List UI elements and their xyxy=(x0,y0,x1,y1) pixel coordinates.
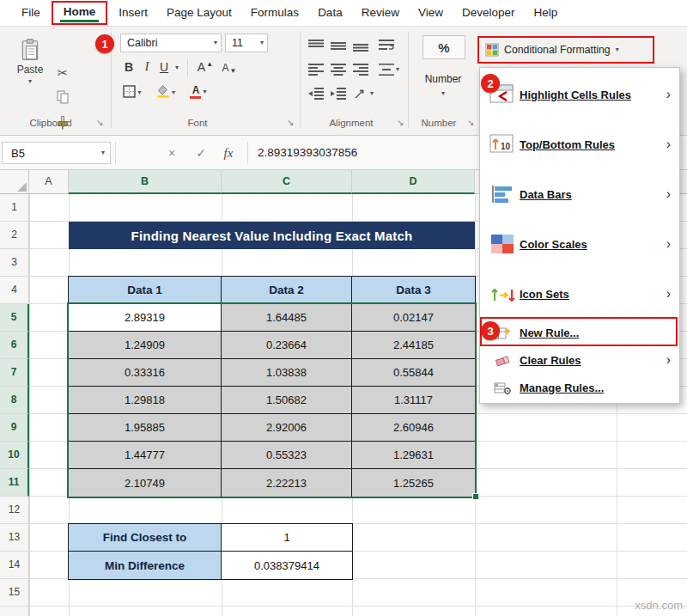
menu-item-color-scales[interactable]: Color Scales › xyxy=(480,219,679,269)
tab-help[interactable]: Help xyxy=(525,1,568,25)
font-size-select[interactable]: 11 ▾ xyxy=(225,34,268,52)
select-all-corner[interactable] xyxy=(0,170,29,194)
insert-function-button[interactable]: fx xyxy=(216,142,240,164)
align-right-button[interactable] xyxy=(350,61,371,78)
copy-button[interactable] xyxy=(53,90,72,107)
confirm-entry-button[interactable]: ✓ xyxy=(189,142,213,164)
decrease-font-size-button[interactable]: A▼ xyxy=(218,59,240,76)
tab-developer[interactable]: Developer xyxy=(453,1,525,25)
find-closest-value-cell[interactable]: 1 xyxy=(222,524,352,552)
alignment-dialog-launcher[interactable]: ↘ xyxy=(397,119,404,127)
row-header-14[interactable]: 14 xyxy=(0,552,29,579)
row-header-7[interactable]: 7 xyxy=(0,359,29,387)
min-difference-value-cell[interactable]: 0.038379414 xyxy=(222,552,352,579)
tab-data[interactable]: Data xyxy=(308,1,352,25)
cell-d9[interactable]: 2.60946 xyxy=(352,414,475,442)
row-header-2[interactable]: 2 xyxy=(0,222,29,249)
cell-d11[interactable]: 1.25265 xyxy=(352,469,475,497)
cancel-entry-button[interactable]: × xyxy=(160,142,184,164)
cell-c6[interactable]: 0.23664 xyxy=(222,332,352,359)
cell-d10[interactable]: 1.29631 xyxy=(352,442,475,469)
font-dialog-launcher[interactable]: ↘ xyxy=(287,119,294,127)
column-header-d[interactable]: D xyxy=(352,170,475,194)
tab-home[interactable]: Home xyxy=(52,1,108,25)
align-top-button[interactable] xyxy=(306,37,326,54)
find-closest-label-cell[interactable]: Find Closest to xyxy=(69,524,222,552)
cell-b11[interactable]: 2.10749 xyxy=(69,469,222,497)
row-header-8[interactable]: 8 xyxy=(0,387,29,414)
clipboard-dialog-launcher[interactable]: ↘ xyxy=(96,119,103,127)
row-header-3[interactable]: 3 xyxy=(0,249,29,277)
underline-button[interactable]: U xyxy=(156,58,172,76)
menu-item-icon-sets[interactable]: Icon Sets › xyxy=(480,269,679,319)
cell-c10[interactable]: 0.55323 xyxy=(222,442,352,469)
tab-insert[interactable]: Insert xyxy=(109,1,157,25)
cell-d6[interactable]: 2.44185 xyxy=(352,332,475,359)
cell-c5[interactable]: 1.64485 xyxy=(222,304,352,332)
menu-item-data-bars[interactable]: Data Bars › xyxy=(480,169,679,219)
number-format-caret-icon[interactable]: ▾ xyxy=(410,88,476,99)
font-name-select[interactable]: Calibri ▾ xyxy=(120,34,222,52)
merge-center-button[interactable]: ▾ xyxy=(376,61,402,78)
header-cell-data2[interactable]: Data 2 xyxy=(222,277,352,304)
row-header-10[interactable]: 10 xyxy=(0,442,29,469)
font-color-button[interactable]: A ▾ xyxy=(185,82,211,102)
min-difference-label-cell[interactable]: Min Difference xyxy=(69,552,222,579)
worksheet-title-cell[interactable]: Finding Nearest Value Including Exact Ma… xyxy=(69,222,475,249)
formula-input[interactable]: 2.89319393037856 xyxy=(258,142,357,164)
fill-color-button[interactable]: ▾ xyxy=(153,83,179,102)
row-header-13[interactable]: 13 xyxy=(0,524,29,552)
row-header-9[interactable]: 9 xyxy=(0,414,29,442)
decrease-indent-button[interactable] xyxy=(306,85,326,102)
header-cell-data3[interactable]: Data 3 xyxy=(352,277,475,304)
menu-item-clear-rules[interactable]: Clear Rules › xyxy=(480,346,679,374)
fill-handle[interactable] xyxy=(472,493,479,500)
cell-b10[interactable]: 1.44777 xyxy=(69,442,222,469)
number-dialog-launcher[interactable]: ↘ xyxy=(467,119,474,127)
column-header-a[interactable]: A xyxy=(29,170,69,194)
number-format-select[interactable]: Number xyxy=(410,71,476,87)
tab-view[interactable]: View xyxy=(409,1,453,25)
underline-caret-icon[interactable]: ▾ xyxy=(172,63,182,73)
cell-c11[interactable]: 2.22213 xyxy=(222,469,352,497)
paste-button[interactable]: Paste ▾ xyxy=(10,35,50,109)
cell-d7[interactable]: 0.55844 xyxy=(352,359,475,387)
cut-button[interactable]: ✂ xyxy=(53,64,72,82)
increase-indent-button[interactable] xyxy=(328,85,349,102)
bold-button[interactable]: B xyxy=(120,58,137,76)
cell-b9[interactable]: 1.95885 xyxy=(69,414,222,442)
row-header-1[interactable]: 1 xyxy=(0,194,29,222)
italic-button[interactable]: I xyxy=(139,58,155,76)
menu-item-manage-rules[interactable]: Manage Rules... xyxy=(480,374,679,401)
menu-item-new-rule[interactable]: New Rule... xyxy=(480,319,679,346)
tab-file[interactable]: File xyxy=(12,1,50,25)
percent-style-button[interactable]: % xyxy=(423,35,465,59)
tab-review[interactable]: Review xyxy=(352,1,409,25)
borders-button[interactable]: ▾ xyxy=(120,83,144,102)
row-header-5[interactable]: 5 xyxy=(0,304,29,332)
row-header-4[interactable]: 4 xyxy=(0,277,29,304)
cell-b8[interactable]: 1.29818 xyxy=(69,387,222,414)
cell-b6[interactable]: 1.24909 xyxy=(69,332,222,359)
cell-c9[interactable]: 2.92006 xyxy=(222,414,352,442)
menu-item-highlight-cells-rules[interactable]: Highlight Cells Rules › xyxy=(480,70,679,119)
cell-c8[interactable]: 1.50682 xyxy=(222,387,352,414)
header-cell-data1[interactable]: Data 1 xyxy=(69,277,222,304)
cell-d5[interactable]: 0.02147 xyxy=(352,304,475,332)
name-box[interactable]: B5 ▾ xyxy=(2,142,111,164)
align-bottom-button[interactable] xyxy=(350,37,371,54)
align-center-button[interactable] xyxy=(328,61,349,78)
menu-item-top-bottom-rules[interactable]: 10 Top/Bottom Rules › xyxy=(480,119,679,169)
conditional-formatting-button[interactable]: Conditional Formatting ▾ xyxy=(477,36,654,64)
align-middle-button[interactable] xyxy=(328,37,349,54)
row-header-12[interactable]: 12 xyxy=(0,497,29,524)
cell-b5[interactable]: 2.89319 xyxy=(69,304,222,332)
align-left-button[interactable] xyxy=(306,61,326,78)
cell-b7[interactable]: 0.33316 xyxy=(69,359,222,387)
row-header-15[interactable]: 15 xyxy=(0,579,29,607)
increase-font-size-button[interactable]: A▲ xyxy=(194,58,216,76)
cell-c7[interactable]: 1.03838 xyxy=(222,359,352,387)
row-header-6[interactable]: 6 xyxy=(0,332,29,359)
tab-page-layout[interactable]: Page Layout xyxy=(157,1,241,25)
tab-formulas[interactable]: Formulas xyxy=(241,1,308,25)
